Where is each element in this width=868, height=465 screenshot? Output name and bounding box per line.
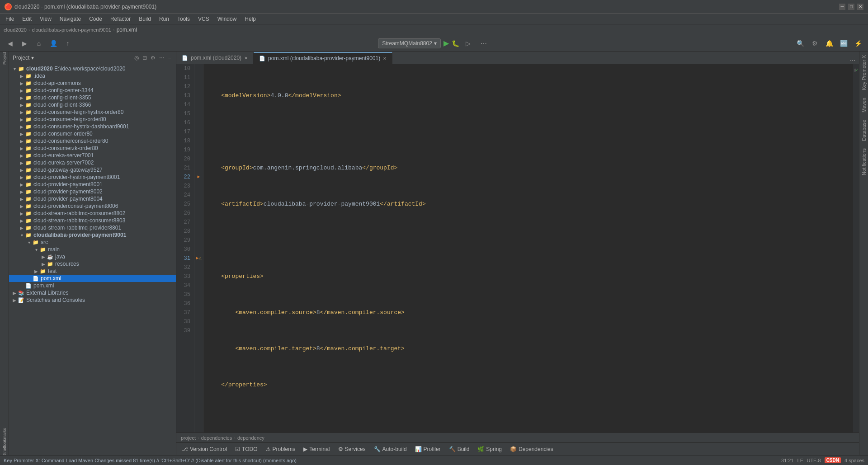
toolbar-forward-btn[interactable]: ▶ — [18, 37, 31, 50]
menu-view[interactable]: View — [36, 15, 55, 23]
tree-item-alibaba9001[interactable]: ▾ 📁 cloudalibaba-provider-payment9001 — [9, 231, 176, 239]
tree-item-feign-order[interactable]: ▶ 📁 cloud-consumer-feign-order80 — [9, 116, 176, 123]
settings-btn[interactable]: ⚙ — [808, 37, 821, 50]
menu-navigate[interactable]: Navigate — [56, 15, 85, 23]
tree-item-zk-order[interactable]: ▶ 📁 cloud-consumerzk-order80 — [9, 145, 176, 152]
tab-menu-btn[interactable]: ⋯ — [846, 57, 859, 64]
bottom-btn-services[interactable]: ⚙ Services — [335, 445, 369, 453]
project-panel-icon[interactable]: Project — [0, 54, 9, 62]
translate-btn[interactable]: 🔤 — [837, 37, 850, 50]
tree-item-payment8004[interactable]: ▶ 📁 cloud-provider-payment8004 — [9, 195, 176, 202]
code-editor[interactable]: 10 11 12 13 14 15 16 17 18 19 20 21 22 2… — [176, 64, 859, 432]
tree-item-payment8001[interactable]: ▶ 📁 cloud-provider-payment8001 — [9, 181, 176, 188]
tree-item-hystrix-dashboard[interactable]: ▶ 📁 cloud-consumer-hystrix-dashboard9001 — [9, 123, 176, 130]
run-config-dropdown-icon: ▾ — [434, 40, 437, 47]
tree-item-feign-hystrix[interactable]: ▶ 📁 cloud-consumer-feign-hystrix-order80 — [9, 108, 176, 116]
bottom-btn-todo[interactable]: ☑ TODO — [231, 445, 261, 453]
sidebar-gear-btn[interactable]: ⋯ — [158, 54, 165, 62]
tree-item-config-3366[interactable]: ▶ 📁 cloud-config-client-3366 — [9, 101, 176, 108]
right-tab-database[interactable]: Database — [859, 116, 868, 145]
bottom-btn-auto-build[interactable]: 🔧 Auto-build — [370, 445, 410, 453]
sidebar-header: Project ▾ ◎ ⊟ ⚙ ⋯ – — [9, 52, 176, 64]
right-tab-notifications[interactable]: Notifications — [859, 145, 868, 179]
tree-root[interactable]: ▾ 📁 cloud2020 E:\idea-workspace\cloud202… — [9, 65, 176, 72]
tree-item-java[interactable]: ▶ ☕ java — [9, 253, 176, 260]
editor-scrollbar[interactable]: ✓ 2 — [853, 64, 859, 432]
breadcrumb-cloud2020[interactable]: cloud2020 — [4, 27, 27, 33]
code-content[interactable]: <modelVersion>4.0.0</modelVersion> <grou… — [203, 64, 853, 432]
tab-pom-cloud2020-close[interactable]: ✕ — [244, 56, 248, 61]
tree-item-consumer-order[interactable]: ▶ 📁 cloud-consumer-order80 — [9, 130, 176, 137]
toolbar-home-btn[interactable]: ⌂ — [33, 37, 45, 50]
sidebar-locate-btn[interactable]: ◎ — [133, 54, 140, 62]
bottom-btn-spring[interactable]: 🌿 Spring — [474, 445, 505, 453]
tree-item-eureka7001[interactable]: ▶ 📁 cloud-eureka-server7001 — [9, 152, 176, 159]
bottom-btn-build[interactable]: 🔨 Build — [445, 445, 473, 453]
right-tab-maven[interactable]: Maven — [859, 94, 868, 116]
tab-pom-cloud2020[interactable]: 📄 pom.xml (cloud2020) ✕ — [176, 52, 254, 64]
tree-item-external-libs[interactable]: ▶ 📚 External Libraries — [9, 289, 176, 296]
coverage-btn[interactable]: ▷ — [462, 37, 475, 50]
tree-item-rabbit8801[interactable]: ▶ 📁 cloud-stream-rabbitmq-provider8801 — [9, 224, 176, 231]
tree-item-config-3344[interactable]: ▶ 📁 cloud-config-center-3344 — [9, 87, 176, 94]
tree-item-test[interactable]: ▶ 📁 test — [9, 268, 176, 275]
tree-item-pom-root[interactable]: 📄 pom.xml — [9, 282, 176, 289]
breadcrumb-file[interactable]: pom.xml — [117, 27, 137, 33]
breadcrumb-module[interactable]: cloudalibaba-provider-payment9001 — [32, 27, 111, 33]
tab-pom-alibaba[interactable]: 📄 pom.xml (cloudalibaba-provider-payment… — [254, 52, 392, 64]
tree-item-idea[interactable]: ▶ 📁 .idea — [9, 72, 176, 80]
more-run-btn[interactable]: ⋯ — [477, 37, 490, 50]
menu-tools[interactable]: Tools — [174, 15, 193, 23]
menu-run[interactable]: Run — [156, 15, 173, 23]
tree-item-payment8002[interactable]: ▶ 📁 cloud-provider-payment8002 — [9, 188, 176, 195]
menu-vcs[interactable]: VCS — [194, 15, 213, 23]
sidebar-minimize-btn[interactable]: – — [167, 54, 172, 62]
tree-item-api-commons[interactable]: ▶ 📁 cloud-api-commons — [9, 80, 176, 87]
tree-item-pom-selected[interactable]: 📄 pom.xml — [9, 275, 176, 282]
bottom-btn-terminal[interactable]: ▶ Terminal — [300, 445, 333, 453]
title-bar-left: 🔴 cloud2020 - pom.xml (cloudalibaba-prov… — [5, 3, 156, 10]
sidebar-collapse-btn[interactable]: ⊟ — [142, 54, 148, 62]
bottom-btn-dependencies[interactable]: 📦 Dependencies — [506, 445, 557, 453]
structure-panel-icon[interactable]: Structure — [0, 444, 9, 452]
menu-refactor[interactable]: Refactor — [107, 15, 134, 23]
minimize-button[interactable]: ─ — [839, 4, 845, 10]
sidebar-options-btn[interactable]: ⚙ — [150, 54, 156, 62]
tree-item-rabbit8803[interactable]: ▶ 📁 cloud-stream-rabbitmq-consumer8803 — [9, 217, 176, 224]
maximize-button[interactable]: □ — [848, 4, 854, 10]
toolbar-vcs-btn[interactable]: ↑ — [61, 37, 74, 50]
tab-pom-alibaba-close[interactable]: ✕ — [383, 56, 387, 61]
tree-item-gateway[interactable]: ▶ 📁 cloud-gateway-gateway9527 — [9, 166, 176, 174]
tree-item-scratches[interactable]: ▶ 📝 Scratches and Consoles — [9, 296, 176, 304]
tree-item-src[interactable]: ▾ 📁 src — [9, 239, 176, 246]
debug-button[interactable]: 🐛 — [452, 40, 459, 47]
toolbar-back-btn[interactable]: ◀ — [4, 37, 16, 50]
menu-file[interactable]: File — [2, 15, 18, 23]
tree-item-rabbit8802[interactable]: ▶ 📁 cloud-stream-rabbitmq-consumer8802 — [9, 210, 176, 217]
toolbar-profile-btn[interactable]: 👤 — [47, 37, 60, 50]
right-tab-key-promoter[interactable]: Key Promoter X — [859, 52, 868, 94]
tree-item-main[interactable]: ▾ 📁 main — [9, 246, 176, 253]
sidebar-dropdown-icon[interactable]: ▾ — [31, 55, 34, 61]
menu-window[interactable]: Window — [214, 15, 241, 23]
menu-help[interactable]: Help — [241, 15, 259, 23]
window-controls[interactable]: ─ □ ✕ — [839, 4, 863, 10]
bottom-btn-profiler[interactable]: 📊 Profiler — [411, 445, 444, 453]
search-everywhere-btn[interactable]: 🔍 — [794, 37, 807, 50]
tree-item-consul-payment[interactable]: ▶ 📁 cloud-providerconsul-payment8006 — [9, 202, 176, 210]
bottom-btn-problems[interactable]: ⚠ Problems — [262, 445, 299, 453]
tree-item-eureka7002[interactable]: ▶ 📁 cloud-eureka-server7002 — [9, 159, 176, 166]
tree-item-config-3355[interactable]: ▶ 📁 cloud-config-client-3355 — [9, 94, 176, 101]
close-button[interactable]: ✕ — [857, 4, 863, 10]
tree-item-consul-order[interactable]: ▶ 📁 cloud-consumerconsul-order80 — [9, 137, 176, 145]
bottom-btn-version-control[interactable]: ⎇ Version Control — [178, 445, 231, 453]
menu-build[interactable]: Build — [135, 15, 155, 23]
run-button[interactable]: ▶ — [443, 39, 449, 47]
menu-code[interactable]: Code — [85, 15, 106, 23]
tree-item-resources[interactable]: ▶ 📁 resources — [9, 260, 176, 268]
tree-item-hystrix-payment[interactable]: ▶ 📁 cloud-provider-hystrix-payment8001 — [9, 174, 176, 181]
run-configuration[interactable]: StreamMQMain8802 ▾ — [378, 38, 441, 48]
power-btn[interactable]: ⚡ — [852, 37, 864, 50]
notification-btn[interactable]: 🔔 — [823, 37, 835, 50]
menu-edit[interactable]: Edit — [19, 15, 35, 23]
